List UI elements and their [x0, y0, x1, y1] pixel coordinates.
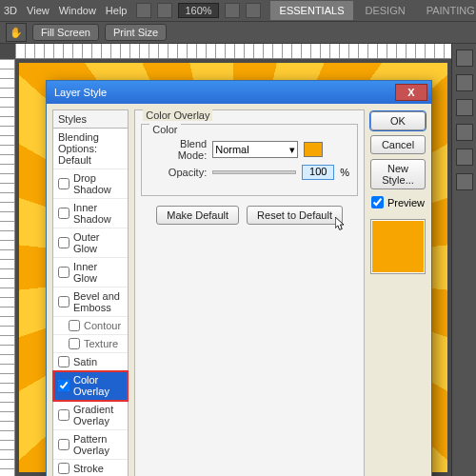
effect-label: Bevel and Emboss — [73, 290, 123, 313]
options-bar: ✋ Fill Screen Print Size — [0, 21, 476, 44]
effect-checkbox[interactable] — [58, 356, 69, 367]
effect-checkbox[interactable] — [58, 463, 69, 474]
effect-label: Contour — [84, 320, 121, 331]
layers-panel-icon[interactable] — [456, 173, 473, 190]
effect-inner-shadow[interactable]: Inner Shadow — [53, 199, 128, 228]
styles-list: Styles Blending Options: Default Drop Sh… — [52, 109, 129, 476]
effect-inner-glow[interactable]: Inner Glow — [53, 258, 128, 288]
effect-pattern-overlay[interactable]: Pattern Overlay — [53, 430, 128, 460]
effect-checkbox[interactable] — [58, 409, 69, 421]
layer-style-dialog: Layer Style X Styles Blending Options: D… — [46, 80, 432, 476]
opacity-label: Opacity: — [149, 167, 207, 178]
effect-label: Inner Shadow — [73, 202, 123, 225]
preview-toggle[interactable]: Preview — [370, 194, 426, 210]
effect-contour[interactable]: Contour — [53, 317, 128, 335]
current-tool-icon[interactable]: ✋ — [6, 23, 27, 42]
dialog-title: Layer Style — [54, 87, 395, 98]
effect-label: Stroke — [73, 463, 104, 474]
layout-icon[interactable] — [136, 3, 151, 18]
ruler-horizontal[interactable] — [15, 44, 451, 59]
effect-label: Inner Glow — [73, 261, 123, 284]
effect-checkbox[interactable] — [58, 178, 69, 189]
color-panel-icon[interactable] — [456, 50, 473, 67]
effect-gradient-overlay[interactable]: Gradient Overlay — [53, 401, 128, 430]
screen-mode-icon[interactable] — [157, 3, 172, 18]
print-size-button[interactable]: Print Size — [105, 24, 167, 41]
fill-screen-button[interactable]: Fill Screen — [32, 24, 99, 41]
effect-texture[interactable]: Texture — [53, 335, 128, 353]
color-group-label: Color — [149, 124, 180, 135]
effect-label: Outer Glow — [73, 231, 123, 254]
effect-label: Texture — [84, 338, 118, 349]
preview-swatch — [370, 219, 426, 274]
workspace-painting[interactable]: PAINTING — [417, 1, 476, 20]
adjustments-panel-icon[interactable] — [456, 99, 473, 116]
effect-checkbox[interactable] — [58, 267, 69, 278]
ok-button[interactable]: OK — [370, 111, 426, 130]
dialog-action-column: OK Cancel New Style... Preview — [370, 109, 426, 476]
workspace-switcher: ESSENTIALS DESIGN PAINTING — [270, 1, 476, 20]
reset-default-button[interactable]: Reset to Default — [247, 206, 343, 225]
history-panel-icon[interactable] — [456, 149, 473, 166]
panel-title: Color Overlay — [143, 109, 212, 121]
menu-item-help[interactable]: Help — [106, 5, 128, 16]
preview-checkbox[interactable] — [371, 196, 384, 208]
workspace-design[interactable]: DESIGN — [355, 1, 414, 20]
effect-settings-panel: Color Overlay Color Blend Mode: Normal▾ … — [134, 109, 365, 476]
hand-tool-icon[interactable] — [225, 3, 240, 18]
effect-label: Drop Shadow — [73, 172, 123, 195]
effect-satin[interactable]: Satin — [53, 353, 128, 371]
menu-bar: 3D View Window Help 160% ESSENTIALS DESI… — [0, 0, 476, 21]
right-panel-dock — [451, 44, 476, 476]
effect-checkbox[interactable] — [69, 320, 80, 331]
blending-options-item[interactable]: Blending Options: Default — [53, 129, 128, 169]
chevron-down-icon: ▾ — [289, 144, 295, 156]
effect-drop-shadow[interactable]: Drop Shadow — [53, 169, 128, 199]
effect-color-overlay[interactable]: Color Overlay — [53, 371, 128, 401]
effect-checkbox[interactable] — [69, 338, 80, 349]
overlay-color-swatch[interactable] — [304, 142, 323, 157]
make-default-button[interactable]: Make Default — [156, 206, 239, 225]
styles-header[interactable]: Styles — [53, 110, 128, 129]
effect-checkbox[interactable] — [58, 208, 69, 219]
menu-item-window[interactable]: Window — [59, 5, 96, 16]
workspace-essentials[interactable]: ESSENTIALS — [270, 1, 354, 20]
effect-stroke[interactable]: Stroke — [53, 460, 128, 476]
character-panel-icon[interactable] — [456, 124, 473, 141]
zoom-level[interactable]: 160% — [178, 3, 218, 18]
effect-outer-glow[interactable]: Outer Glow — [53, 228, 128, 258]
ruler-vertical[interactable] — [0, 59, 15, 476]
menu-tool-icons: 160% — [136, 3, 260, 18]
close-button[interactable]: X — [395, 84, 427, 101]
opacity-value[interactable]: 100 — [302, 165, 334, 180]
blendmode-select[interactable]: Normal▾ — [212, 141, 298, 158]
new-style-button[interactable]: New Style... — [370, 159, 426, 189]
dialog-titlebar[interactable]: Layer Style X — [47, 81, 431, 104]
effect-checkbox[interactable] — [58, 237, 69, 248]
effect-checkbox[interactable] — [58, 380, 69, 391]
menu-item-view[interactable]: View — [27, 5, 50, 16]
effect-label: Gradient Overlay — [73, 404, 123, 426]
effect-label: Color Overlay — [73, 374, 123, 397]
menu-item-3d[interactable]: 3D — [4, 5, 17, 16]
zoom-tool-icon[interactable] — [246, 3, 261, 18]
swatches-panel-icon[interactable] — [456, 74, 473, 91]
effect-checkbox[interactable] — [58, 439, 69, 450]
cancel-button[interactable]: Cancel — [370, 135, 426, 154]
color-group: Color Blend Mode: Normal▾ Opacity: 100 % — [141, 124, 358, 196]
effect-label: Pattern Overlay — [73, 433, 123, 456]
effect-bevel-and-emboss[interactable]: Bevel and Emboss — [53, 288, 128, 317]
opacity-unit: % — [340, 167, 349, 178]
effect-checkbox[interactable] — [58, 296, 69, 307]
opacity-slider[interactable] — [212, 170, 296, 174]
blendmode-label: Blend Mode: — [149, 138, 207, 161]
effect-label: Satin — [73, 356, 97, 367]
